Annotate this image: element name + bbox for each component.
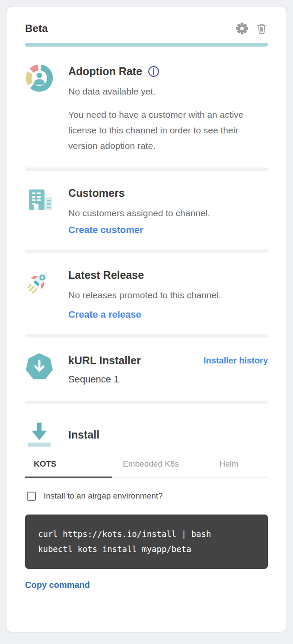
buildings-icon: [25, 186, 53, 213]
kurl-heptagon-download-icon: [25, 353, 53, 381]
section-divider: [25, 334, 268, 338]
customers-title: Customers: [68, 186, 268, 200]
create-release-link[interactable]: Create a release: [68, 309, 141, 320]
command-line: kubectl kots install myapp/beta: [38, 542, 255, 557]
rocket-icon: [25, 268, 53, 295]
install-command-block: curl https://kots.io/install | bash kube…: [25, 515, 268, 569]
customers-section: Customers No customers assigned to chann…: [25, 186, 268, 236]
create-customer-link[interactable]: Create customer: [68, 224, 143, 236]
install-title: Install: [68, 427, 268, 442]
adoption-empty-message: No data available yet.: [68, 84, 268, 99]
gear-icon[interactable]: [236, 22, 248, 35]
install-tabs: KOTS Embedded K8s Helm: [25, 459, 268, 478]
airgap-checkbox[interactable]: [27, 492, 36, 501]
adoption-rate-section: Adoption Rate No data available yet. You…: [25, 64, 268, 154]
installer-history-link[interactable]: Installer history: [204, 356, 268, 366]
release-empty-message: No releases promoted to this channel.: [68, 287, 268, 303]
card-header: Beta: [25, 22, 268, 35]
adoption-help-text: You need to have a customer with an acti…: [68, 107, 268, 154]
trash-icon[interactable]: [255, 22, 268, 35]
info-icon[interactable]: [147, 65, 160, 78]
header-actions: [236, 22, 268, 35]
airgap-row: Install to an airgap environment?: [25, 491, 268, 501]
latest-release-title: Latest Release: [68, 268, 268, 282]
section-divider: [25, 167, 268, 171]
command-line: curl https://kots.io/install | bash: [38, 527, 255, 542]
copy-command-link[interactable]: Copy command: [25, 580, 90, 590]
tab-kots[interactable]: KOTS: [25, 459, 112, 478]
download-arrow-icon: [25, 420, 54, 449]
tab-helm[interactable]: Helm: [190, 459, 268, 477]
airgap-label: Install to an airgap environment?: [44, 491, 163, 501]
channel-accent-bar: [25, 43, 268, 47]
channel-card: Beta: [6, 6, 287, 632]
kurl-installer-section: kURL Installer Installer history Sequenc…: [25, 353, 268, 387]
install-section: Install: [25, 420, 268, 449]
installer-sequence: Sequence 1: [68, 372, 268, 387]
adoption-donut-user-icon: [25, 64, 54, 92]
customers-empty-message: No customers assigned to channel.: [68, 205, 268, 221]
adoption-rate-title: Adoption Rate: [68, 64, 142, 79]
tab-embedded-k8s[interactable]: Embedded K8s: [112, 459, 190, 477]
latest-release-section: Latest Release No releases promoted to t…: [25, 268, 268, 320]
section-divider: [25, 401, 268, 404]
kurl-installer-title: kURL Installer: [68, 353, 141, 368]
channel-title: Beta: [25, 22, 48, 35]
section-divider: [25, 249, 268, 253]
